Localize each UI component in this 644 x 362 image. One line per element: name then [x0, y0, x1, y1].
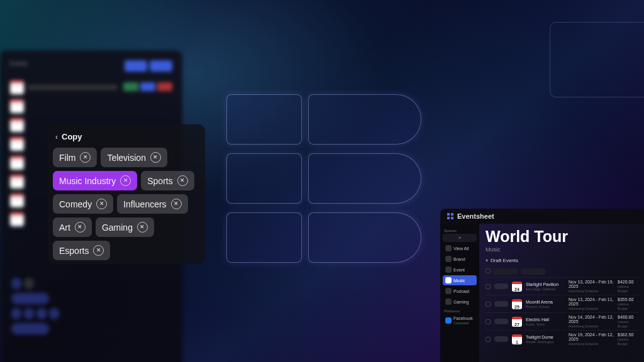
sidebar-section-spaces: Spaces [444, 229, 475, 233]
sidebar-section-platforms: Platforms [444, 309, 475, 313]
event-dates: Nov 13, 2024 - Feb 19, 2025Advertising S… [569, 280, 614, 293]
copy-tags-panel: ‹ Copy Film✕Television✕Music Industry✕Sp… [48, 124, 205, 264]
page-title: World Tour [486, 228, 639, 246]
event-row[interactable]: 27Electric HallAustin, TexasNov 14, 2024… [486, 312, 639, 330]
sidebar-item[interactable]: Brand [443, 254, 477, 264]
row-checkbox[interactable] [486, 319, 491, 324]
tag-label: Esports [59, 246, 89, 256]
tag-label: Music Industry [59, 176, 116, 186]
event-name: Electric HallAustin, Texas [526, 317, 565, 326]
remove-tag-icon[interactable]: ✕ [150, 152, 161, 163]
event-row[interactable]: 25Moonlit ArenaPhoenix, ArizonaNov 13, 2… [486, 295, 639, 312]
tag-label: Art [59, 222, 70, 233]
tag-label: Sports [147, 176, 172, 186]
remove-tag-icon[interactable]: ✕ [120, 175, 131, 186]
remove-tag-icon[interactable]: ✕ [137, 222, 148, 233]
event-price: $480.80Lifetime Budget [618, 315, 639, 328]
category-tag[interactable]: Sports✕ [141, 171, 194, 190]
event-price: $362.50Lifetime Budget [618, 332, 639, 346]
tag-label: Television [107, 153, 145, 163]
calendar-icon: 27 [512, 317, 522, 327]
tag-label: Gaming [102, 222, 133, 233]
row-checkbox[interactable] [486, 337, 491, 342]
app-logo-icon [447, 212, 454, 220]
status-badge [494, 336, 508, 342]
tag-list: Film✕Television✕Music Industry✕Sports✕Co… [53, 148, 201, 260]
row-checkbox[interactable] [486, 284, 491, 289]
tag-label: Comedy [59, 199, 92, 209]
category-tag[interactable]: Influencers✕ [117, 194, 187, 214]
sidebar-item[interactable]: Podcast [443, 286, 477, 296]
event-name: Starlight PavilionSan Diego, California [526, 282, 565, 291]
category-tag[interactable]: Gaming✕ [96, 217, 154, 237]
select-all-checkbox[interactable] [486, 268, 491, 273]
category-tag[interactable]: Music Industry✕ [53, 171, 137, 190]
sidebar-item[interactable]: View All [443, 243, 477, 253]
sidebar-item[interactable]: Music [443, 275, 477, 285]
remove-tag-icon[interactable]: ✕ [171, 199, 182, 209]
event-dates: Nov 19, 2024 - Feb 12, 2025Advertising S… [569, 332, 614, 346]
platform-facebook[interactable]: FacebookConnected [443, 314, 477, 327]
category-tag[interactable]: Film✕ [53, 148, 97, 167]
status-badge [494, 283, 508, 289]
remove-tag-icon[interactable]: ✕ [75, 222, 86, 233]
event-dates: Nov 14, 2024 - Feb 12, 2025Advertising S… [569, 315, 614, 328]
filter-pill[interactable] [493, 268, 518, 275]
status-badge [494, 301, 508, 307]
events-panel-title: Events [10, 60, 28, 73]
eventsheet-sidebar: Spaces + View AllBrandEventMusicPodcastG… [440, 224, 479, 362]
eventsheet-panel: Eventsheet Spaces + View AllBrandEventMu… [440, 209, 644, 362]
sidebar-item[interactable]: Gaming [443, 297, 477, 307]
category-tag[interactable]: Comedy✕ [53, 194, 113, 214]
copy-panel-title: Copy [62, 132, 82, 141]
event-name: Moonlit ArenaPhoenix, Arizona [526, 300, 565, 309]
calendar-icon: 24 [512, 282, 522, 292]
event-dates: Nov 13, 2024 - Feb 11, 2025Advertising S… [569, 297, 614, 310]
category-tag[interactable]: Esports✕ [53, 241, 110, 260]
filter-pill[interactable] [521, 268, 546, 275]
remove-tag-icon[interactable]: ✕ [93, 245, 104, 256]
app-title: Eventsheet [457, 212, 494, 220]
remove-tag-icon[interactable]: ✕ [177, 175, 188, 186]
row-checkbox[interactable] [486, 302, 491, 307]
category-tag[interactable]: Television✕ [101, 148, 167, 167]
page-subtitle: Music [486, 246, 639, 253]
status-badge [494, 319, 508, 324]
add-space-button[interactable]: + [443, 234, 477, 242]
event-price: $420.00Lifetime Budget [618, 280, 639, 293]
tag-label: Film [59, 153, 75, 163]
decorative-box [550, 22, 644, 97]
svg-rect-2 [447, 217, 450, 219]
sidebar-item[interactable]: Event [443, 265, 477, 275]
remove-tag-icon[interactable]: ✕ [80, 152, 91, 163]
svg-rect-1 [451, 213, 453, 216]
event-row[interactable]: 1Twilight DomeSeattle, WashingtonNov 19,… [486, 330, 639, 348]
event-price: $355.00Lifetime Budget [618, 297, 639, 310]
calendar-icon: 25 [512, 299, 522, 309]
event-row[interactable]: 24Starlight PavilionSan Diego, Californi… [486, 277, 639, 295]
svg-rect-0 [447, 213, 450, 216]
category-tag[interactable]: Art✕ [53, 217, 92, 237]
brand-logo [226, 94, 428, 283]
remove-tag-icon[interactable]: ✕ [96, 199, 107, 209]
svg-rect-3 [451, 217, 453, 219]
eventsheet-main: World Tour Music ▾ Draft Events 24Starli… [479, 224, 644, 362]
draft-events-header[interactable]: ▾ Draft Events [486, 258, 639, 263]
calendar-icon: 1 [512, 334, 522, 344]
back-icon[interactable]: ‹ [55, 133, 58, 141]
tag-label: Influencers [123, 199, 166, 209]
event-name: Twilight DomeSeattle, Washington [526, 335, 565, 344]
